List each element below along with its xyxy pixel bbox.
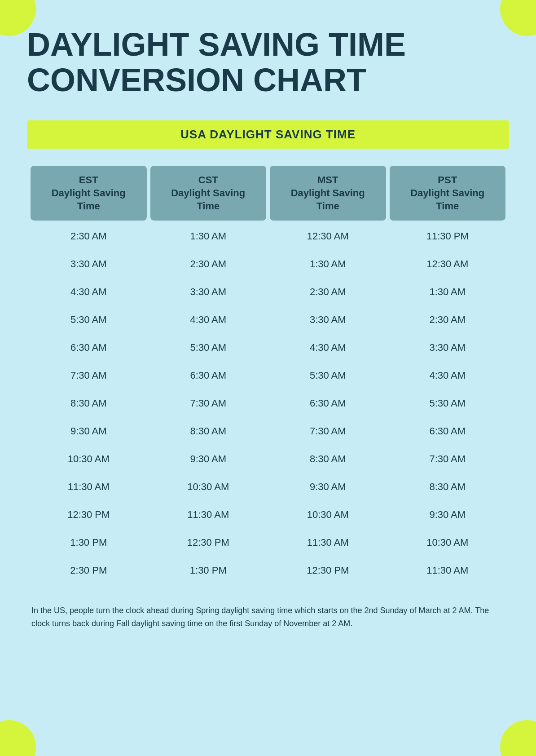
table-cell: 3:30 AM — [31, 252, 147, 276]
table-cell: 2:30 PM — [31, 558, 147, 583]
table-cell: 1:30 PM — [150, 558, 267, 583]
table-cell: 5:30 AM — [150, 336, 267, 360]
table-row: 6:30 AM5:30 AM4:30 AM3:30 AM — [31, 336, 505, 360]
table-cell: 8:30 AM — [270, 447, 386, 471]
table-cell: 1:30 AM — [150, 224, 267, 248]
table-row: 8:30 AM7:30 AM6:30 AM5:30 AM — [31, 391, 505, 416]
table-cell: 4:30 AM — [31, 280, 147, 304]
table-cell: 1:30 PM — [31, 531, 147, 555]
table-cell: 5:30 AM — [31, 308, 147, 332]
table-cell: 6:30 AM — [390, 419, 506, 443]
table-cell: 2:30 AM — [390, 308, 506, 332]
table-cell: 9:30 AM — [31, 419, 147, 443]
table-cell: 11:30 PM — [390, 224, 506, 248]
table-cell: 6:30 AM — [270, 391, 386, 416]
table-cell: 9:30 AM — [270, 475, 386, 499]
table-cell: 6:30 AM — [150, 363, 267, 388]
table-cell: 8:30 AM — [31, 391, 147, 416]
table-cell: 12:30 PM — [31, 503, 147, 527]
table-cell: 7:30 AM — [270, 419, 386, 443]
table-cell: 9:30 AM — [150, 447, 267, 471]
table-cell: 2:30 AM — [270, 280, 386, 304]
col-header-mst: MSTDaylight SavingTime — [270, 166, 386, 221]
page-title: DAYLIGHT SAVING TIME CONVERSION CHART — [27, 27, 509, 98]
section-header-text: USA DAYLIGHT SAVING TIME — [180, 128, 356, 141]
conversion-table: ESTDaylight SavingTime CSTDaylight Savin… — [27, 162, 509, 586]
table-cell: 12:30 PM — [150, 531, 267, 555]
table-cell: 4:30 AM — [150, 308, 267, 332]
col-header-pst: PSTDaylight SavingTime — [390, 166, 506, 221]
col-header-est: ESTDaylight SavingTime — [31, 166, 147, 221]
table-row: 1:30 PM12:30 PM11:30 AM10:30 AM — [31, 531, 505, 555]
table-cell: 6:30 AM — [31, 336, 147, 360]
corner-decoration-bl — [0, 720, 36, 756]
table-cell: 11:30 AM — [31, 475, 147, 499]
table-cell: 10:30 AM — [150, 475, 267, 499]
table-cell: 8:30 AM — [150, 419, 267, 443]
table-row: 2:30 PM1:30 PM12:30 PM11:30 AM — [31, 558, 505, 583]
table-cell: 12:30 AM — [270, 224, 386, 248]
table-row: 5:30 AM4:30 AM3:30 AM2:30 AM — [31, 308, 505, 332]
corner-decoration-br — [500, 720, 536, 756]
table-cell: 10:30 AM — [31, 447, 147, 471]
table-row: 7:30 AM6:30 AM5:30 AM4:30 AM — [31, 363, 505, 388]
table-cell: 7:30 AM — [390, 447, 506, 471]
table-cell: 1:30 AM — [390, 280, 506, 304]
section-header: USA DAYLIGHT SAVING TIME — [27, 120, 509, 149]
table-cell: 7:30 AM — [31, 363, 147, 388]
table-cell: 12:30 AM — [390, 252, 506, 276]
table-cell: 7:30 AM — [150, 391, 267, 416]
footnote-text: In the US, people turn the clock ahead d… — [27, 604, 509, 630]
table-cell: 4:30 AM — [390, 363, 506, 388]
table-cell: 10:30 AM — [390, 531, 506, 555]
table-row: 3:30 AM2:30 AM1:30 AM12:30 AM — [31, 252, 505, 276]
table-cell: 2:30 AM — [150, 252, 267, 276]
table-cell: 11:30 AM — [270, 531, 386, 555]
col-header-cst: CSTDaylight SavingTime — [150, 166, 267, 221]
table-cell: 12:30 PM — [270, 558, 386, 583]
table-cell: 3:30 AM — [150, 280, 267, 304]
table-row: 10:30 AM9:30 AM8:30 AM7:30 AM — [31, 447, 505, 471]
table-cell: 3:30 AM — [270, 308, 386, 332]
table-row: 2:30 AM1:30 AM12:30 AM11:30 PM — [31, 224, 505, 248]
table-cell: 5:30 AM — [390, 391, 506, 416]
table-cell: 10:30 AM — [270, 503, 386, 527]
table-row: 4:30 AM3:30 AM2:30 AM1:30 AM — [31, 280, 505, 304]
table-cell: 11:30 AM — [150, 503, 267, 527]
table-cell: 8:30 AM — [390, 475, 506, 499]
table-row: 9:30 AM8:30 AM7:30 AM6:30 AM — [31, 419, 505, 443]
table-cell: 1:30 AM — [270, 252, 386, 276]
table-cell: 4:30 AM — [270, 336, 386, 360]
table-cell: 3:30 AM — [390, 336, 506, 360]
table-cell: 2:30 AM — [31, 224, 147, 248]
table-cell: 11:30 AM — [390, 558, 506, 583]
table-row: 12:30 PM11:30 AM10:30 AM9:30 AM — [31, 503, 505, 527]
table-cell: 5:30 AM — [270, 363, 386, 388]
table-cell: 9:30 AM — [390, 503, 506, 527]
table-row: 11:30 AM10:30 AM9:30 AM8:30 AM — [31, 475, 505, 499]
